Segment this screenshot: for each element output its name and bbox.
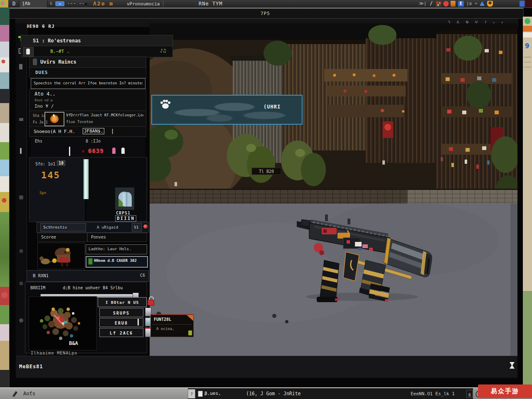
tab-s1-label: S1 (134, 225, 138, 229)
tooltip-divider (152, 324, 192, 325)
strip-seg (0, 89, 9, 103)
browser-tab-bar: D [Λb k = --- --- ◀ Λ2o m vPronoumocia R… (0, 0, 532, 8)
side-strip-icon[interactable] (20, 282, 23, 285)
companion-portrait[interactable] (37, 243, 85, 269)
minimap-caption: B&A (69, 340, 78, 346)
strip-seg (0, 176, 9, 192)
pen-icon[interactable] (12, 390, 18, 397)
extension-icon-e[interactable]: E (458, 1, 464, 7)
slash-glyph: / (430, 0, 433, 6)
strip-seg (0, 341, 9, 370)
extension-icon-cluster[interactable] (436, 1, 441, 7)
browser-menu-glyph[interactable]: D (12, 1, 15, 7)
event-banner-text: (UHRI (264, 104, 281, 110)
companion-info-row-2[interactable]: HHnom d.B CAGER 302 (86, 256, 148, 268)
input-text: Snoeoo(A H F.H. (34, 129, 75, 134)
strip-seg (0, 42, 9, 57)
tab-structures[interactable]: Scthrestiv (40, 223, 86, 232)
browser-tab[interactable]: [Λb (19, 0, 47, 7)
tab-overflow-icon[interactable]: ≫| (419, 1, 426, 6)
tray-badge[interactable]: 6 (466, 390, 473, 398)
item-tooltip-sub: A ocioa, (156, 327, 174, 331)
tab-box-icon[interactable] (19, 48, 24, 54)
side-strip-icon[interactable] (20, 148, 22, 154)
item-thumbnail[interactable] (115, 187, 134, 210)
browser-favicon[interactable] (0, 0, 8, 7)
side-strip-icon[interactable] (19, 64, 22, 69)
strip-nine-glyph: 9 (525, 42, 529, 50)
taskbar-window-2[interactable]: (16, J Gom - JnRite (246, 391, 301, 397)
extension-icon-shield[interactable] (487, 1, 493, 7)
item-tooltip-title: FUNT28L (154, 317, 171, 322)
extension-icon-ea[interactable]: |ə (466, 1, 472, 6)
tab-structures-label: Scthrestiv (43, 225, 67, 229)
side-strip-icon[interactable] (19, 195, 23, 200)
browser-orange-text: Λ2o m (93, 0, 113, 7)
strip-line (524, 57, 531, 58)
background-right-window: 9 (523, 17, 532, 389)
strip-seg (0, 287, 9, 305)
extension-icon-plus[interactable]: + (475, 1, 478, 6)
side-strip-icon[interactable] (19, 318, 23, 323)
paw-icon (160, 99, 171, 110)
taskbar-window-1[interactable]: β.ues, (204, 391, 221, 396)
edge-maroon-block (525, 0, 532, 7)
taskbar-app-label[interactable]: Aoťs (23, 391, 35, 397)
scroll-bar[interactable] (84, 159, 89, 199)
map-button-1-label: SRUPS (113, 311, 130, 315)
game-status-left: 9E98 6 RJ (26, 24, 55, 29)
extension-icon-orange[interactable] (451, 1, 456, 7)
game-window-titlebar[interactable]: 7P5 (10, 9, 523, 19)
strip-seg (0, 72, 9, 89)
gun-sprite (285, 198, 437, 303)
minimap[interactable]: B&A (29, 296, 97, 350)
reward-item-icon[interactable] (44, 112, 64, 126)
sprout-icon[interactable] (18, 35, 24, 42)
side-strip-icon[interactable] (20, 249, 23, 253)
map-button-primary[interactable]: I BOtar N US (98, 297, 147, 307)
name-input-row[interactable]: Snoeoo(A H F.H. JF8AN$. | (29, 126, 146, 137)
event-banner[interactable]: (UHRI (151, 95, 303, 125)
extension-icon-red[interactable] (443, 1, 449, 7)
map-button-2[interactable]: ERU8 (99, 318, 143, 327)
game-bottom-left-text: MeBEs81 (19, 364, 43, 369)
companion-info-row-1[interactable]: Ladtho: Laur Hols. (86, 244, 147, 254)
tab-divider (163, 1, 163, 7)
game-side-icon-strip (16, 23, 27, 356)
companion-info-2: HHnom d.B CAGER 302 (94, 259, 137, 263)
input-cursor: | (111, 128, 114, 134)
map-button-1[interactable]: SRUPS (99, 308, 143, 317)
map-button-3-label: Lf 2AC6 (110, 331, 133, 335)
watermark-badge: 易众手游 (478, 384, 532, 398)
browser-page-title: vPronoumocia (127, 1, 160, 7)
desktop: D [Λb k = --- --- ◀ Λ2o m vPronoumocia R… (0, 0, 532, 399)
taskbar-left: Aoťs (0, 388, 188, 399)
shop-sign-text: Tl B20 (259, 169, 274, 174)
extension-icon-blue-triangle[interactable] (480, 1, 485, 6)
tab-mid-label[interactable]: A uRigaid (97, 225, 118, 229)
strip-seg (0, 324, 9, 341)
edge-blue-block (520, 1, 525, 7)
tooltip-corner-fold (187, 315, 193, 321)
cursor-pointer-icon: ◀ (84, 1, 87, 7)
tooltip-corner-gem (188, 330, 192, 335)
doc-icon (198, 391, 203, 397)
taskbar-help-button[interactable]: ? (188, 389, 195, 399)
k-icon[interactable]: k (50, 1, 52, 6)
browser-right-text: RNe TYM (199, 1, 223, 7)
hourglass-icon (509, 361, 515, 369)
map-button-3[interactable]: Lf 2AC6 (99, 328, 143, 337)
strip-orange-block (523, 26, 532, 32)
strip-seg (0, 103, 9, 123)
taskbar: Aoťs ? β.ues, (16, J Gom - JnRite EeeNN.… (0, 388, 532, 399)
extension-e-glyph: E (460, 1, 463, 6)
map-button-2-label: ERU8 (115, 321, 128, 325)
background-left-window (0, 7, 9, 399)
side-strip-icon[interactable] (19, 118, 23, 121)
tab-s1[interactable]: S1 (132, 223, 142, 232)
strip-line (524, 62, 531, 63)
strip-white-block (523, 32, 532, 37)
strip-line (524, 66, 531, 68)
strip-seg (0, 192, 9, 212)
blue-badge-icon[interactable]: = (55, 1, 64, 6)
